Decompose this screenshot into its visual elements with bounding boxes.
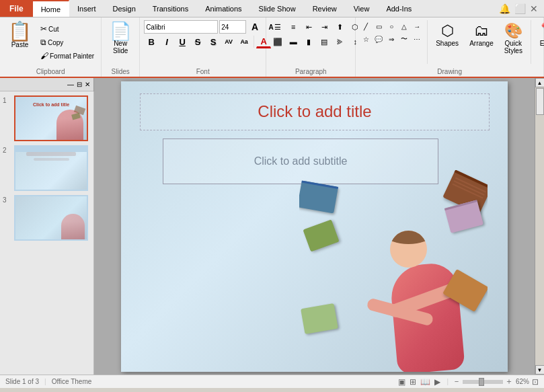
title-placeholder[interactable]: Click to add title (140, 93, 490, 130)
scroll-up-button[interactable]: ▲ (535, 78, 545, 87)
panel-close-icon[interactable]: ✕ (85, 81, 90, 88)
align-center-button[interactable]: ▬ (286, 35, 301, 48)
reading-view-button[interactable]: 📖 (418, 377, 432, 387)
fit-slide-button[interactable]: ⊡ (532, 377, 539, 387)
shadow-button[interactable]: S (206, 35, 221, 48)
align-left-button[interactable]: ⬛ (270, 35, 285, 48)
increase-font-size-button[interactable]: A (247, 20, 262, 34)
slideshow-button[interactable]: ▶ (432, 377, 442, 387)
columns-button[interactable]: ⫸ (332, 35, 347, 48)
editing-button[interactable]: ✏️ Editing (535, 20, 544, 49)
char-spacing-button[interactable]: AV (221, 35, 236, 48)
panel-minimize-icon[interactable]: — (67, 81, 74, 88)
close-icon[interactable]: ✕ (530, 3, 538, 14)
slide-thumbnail-1[interactable]: Click to add title (14, 95, 88, 141)
scroll-track[interactable] (535, 87, 544, 365)
zoom-level: 62% (516, 378, 529, 385)
zoom-out-button[interactable]: － (453, 376, 461, 387)
bold-button[interactable]: B (144, 35, 159, 48)
new-slide-button[interactable]: 📄 NewSlide (106, 20, 135, 56)
cut-button[interactable]: ✂ Cut (38, 23, 97, 35)
copy-icon: ⧉ (40, 38, 46, 47)
numbering-button[interactable]: ≡ (286, 20, 301, 34)
ribbon-group-font: A A B I U S S AV Aa A Font (140, 17, 266, 77)
shape-block-arrow[interactable]: ⇒ (385, 33, 397, 45)
status-bar: Slide 1 of 3 | Office Theme ▣ ⊞ 📖 ▶ | － … (0, 375, 544, 388)
font-name-input[interactable] (144, 20, 218, 34)
main-canvas-area: Click to add title Click to add subtitle (94, 78, 535, 375)
normal-view-button[interactable]: ▣ (396, 377, 407, 387)
subtitle-placeholder-text: Click to add subtitle (254, 155, 348, 167)
slide-thumb-2[interactable]: 2 (3, 145, 91, 191)
tab-animations[interactable]: Animations (197, 0, 250, 17)
ribbon-group-clipboard: 📋 Paste ✂ Cut ⧉ Copy 🖌 Format Painter C (0, 17, 102, 77)
italic-button[interactable]: I (159, 35, 174, 48)
shape-star[interactable]: ☆ (360, 33, 372, 45)
shape-rect[interactable]: ▭ (373, 20, 385, 32)
shape-more[interactable]: ⋯ (411, 33, 423, 45)
shapes-button[interactable]: ⬡ Shapes (432, 20, 463, 49)
shape-arrow[interactable]: → (411, 20, 423, 32)
restore-icon[interactable]: ⬜ (514, 3, 526, 14)
arrange-button[interactable]: 🗂 Arrange (465, 20, 498, 49)
tab-transitions[interactable]: Transitions (145, 0, 197, 17)
strikethrough-button[interactable]: S (190, 35, 205, 48)
paragraph-group-label: Paragraph (270, 67, 351, 75)
slide-canvas[interactable]: Click to add title Click to add subtitle (121, 81, 508, 372)
align-right-button[interactable]: ▮ (301, 35, 316, 48)
shape-circle[interactable]: ○ (385, 20, 397, 32)
theme-info: Office Theme (52, 378, 92, 385)
app-body: — ⊟ ✕ 1 Click to add title (0, 78, 544, 375)
paste-button[interactable]: 📋 Paste (4, 20, 36, 50)
ribbon-group-paragraph: ☰ ≡ ⇤ ⇥ ⬆ ⬡ ⬛ ▬ ▮ ▤ ⫸ ↕ Paragraph (266, 17, 356, 77)
slide-thumbnail-3[interactable] (14, 195, 88, 241)
shape-curve[interactable]: 〜 (398, 33, 410, 45)
tab-view[interactable]: View (346, 0, 379, 17)
font-size-input[interactable] (219, 20, 246, 34)
change-case-button[interactable]: Aa (237, 35, 251, 48)
vertical-scrollbar[interactable]: ▲ ▼ (535, 78, 544, 375)
panel-tiles-icon[interactable]: ⊟ (77, 81, 82, 88)
file-tab[interactable]: File (0, 0, 33, 17)
underline-button[interactable]: U (175, 35, 190, 48)
tab-insert[interactable]: Insert (69, 0, 105, 17)
slide-info: Slide 1 of 3 (5, 378, 39, 385)
ribbon-tabs-row: File Home Insert Design Transitions Anim… (0, 0, 544, 17)
tab-slideshow[interactable]: Slide Show (251, 0, 305, 17)
tab-addins[interactable]: Add-Ins (378, 0, 420, 17)
drawing-group-label: Drawing (360, 67, 539, 75)
font-group-label: Font (144, 67, 262, 75)
slide-sorter-button[interactable]: ⊞ (407, 377, 418, 387)
slide-thumb-1[interactable]: 1 Click to add title (3, 95, 91, 141)
slide-thumb-3[interactable]: 3 (3, 195, 91, 241)
shape-callout[interactable]: 💬 (373, 33, 385, 45)
cut-icon: ✂ (40, 24, 47, 34)
slide-thumbnail-2[interactable] (14, 145, 88, 191)
tab-review[interactable]: Review (305, 0, 346, 17)
clipboard-group-label: Clipboard (4, 67, 97, 75)
tab-home[interactable]: Home (33, 0, 69, 17)
scroll-thumb[interactable] (536, 88, 544, 115)
shape-triangle[interactable]: △ (398, 20, 410, 32)
quick-styles-button[interactable]: 🎨 Quick Styles (500, 20, 527, 56)
minimize-icon[interactable]: 🔔 (499, 3, 510, 14)
zoom-in-button[interactable]: ＋ (505, 376, 513, 387)
slides-group-label: Slides (106, 67, 135, 75)
ribbon-group-slides: 📄 NewSlide Slides (102, 17, 140, 77)
format-painter-button[interactable]: 🖌 Format Painter (38, 50, 97, 62)
text-direction-button[interactable]: ⬆ (332, 20, 347, 34)
title-placeholder-text: Click to add title (258, 102, 371, 121)
ribbon-body: 📋 Paste ✂ Cut ⧉ Copy 🖌 Format Painter C (0, 17, 544, 78)
copy-button[interactable]: ⧉ Copy (38, 36, 97, 48)
tab-design[interactable]: Design (105, 0, 145, 17)
format-painter-icon: 🖌 (40, 51, 48, 61)
slides-panel: 1 Click to add title 2 (0, 91, 94, 375)
justify-button[interactable]: ▤ (317, 35, 332, 48)
shape-line[interactable]: ╱ (360, 20, 372, 32)
decrease-indent-button[interactable]: ⇤ (301, 20, 316, 34)
bullets-button[interactable]: ☰ (270, 20, 285, 34)
scroll-down-button[interactable]: ▼ (535, 365, 545, 375)
increase-indent-button[interactable]: ⇥ (317, 20, 332, 34)
ribbon-group-drawing: ╱ ▭ ○ △ → ☆ 💬 ⇒ 〜 ⋯ ⬡ Shapes (356, 17, 544, 77)
zoom-slider[interactable] (463, 380, 503, 384)
